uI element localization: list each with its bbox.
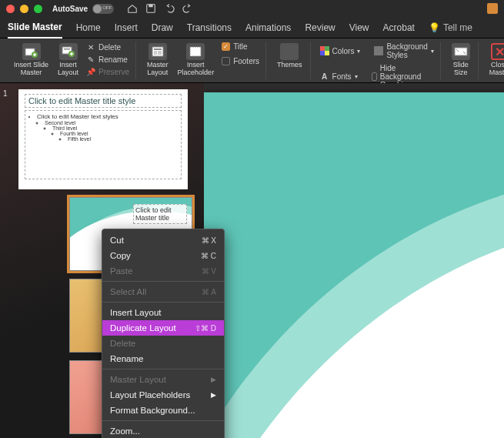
checkbox-unchecked-icon [372,72,377,81]
ctx-delete[interactable]: Delete [102,336,224,351]
insert-placeholder-label: Insert Placeholder [178,62,215,77]
ctx-master-layout[interactable]: Master Layout▶ [102,372,224,387]
rename-label: Rename [98,55,128,64]
tell-me-label: Tell me [443,22,472,33]
ribbon: Insert Slide Master Insert Layout ✕Delet… [0,38,504,83]
context-menu: Cut⌘ X Copy⌘ C Paste⌘ V Select All⌘ A In… [102,229,225,438]
tab-review[interactable]: Review [305,18,335,38]
svg-rect-12 [320,46,325,51]
autosave-control: AutoSave OFF [52,4,114,14]
minimize-window-button[interactable] [20,5,28,13]
tab-insert[interactable]: Insert [115,18,138,38]
slide-size-button[interactable]: Slide Size [449,42,473,79]
body-level-5: Fifth level [68,136,177,142]
ctx-duplicate-layout[interactable]: Duplicate Layout⇧⌘ D [102,320,224,336]
ctx-copy-shortcut: ⌘ C [201,252,216,260]
ctx-insert-layout-label: Insert Layout [110,308,161,317]
ribbon-group-themes: Themes [269,42,311,79]
save-icon[interactable] [145,3,156,14]
title-checkbox[interactable]: ✓Title [220,42,261,52]
close-master-button[interactable]: ✕ Close Master [486,42,504,79]
slide-preview[interactable] [204,92,504,438]
ctx-select-all[interactable]: Select All⌘ A [102,284,224,299]
colors-dropdown[interactable]: Colors▾ [319,42,362,60]
tell-me-search[interactable]: 💡 Tell me [429,22,472,33]
body-level-2: Second level [45,120,177,125]
redo-icon[interactable] [182,3,193,14]
master-layout-icon [149,43,167,60]
ctx-select-all-shortcut: ⌘ A [202,288,216,296]
preserve-button[interactable]: 📌Preserve [85,66,131,77]
maximize-window-button[interactable] [34,5,42,13]
placeholder-icon [186,43,205,60]
master-thumbnail[interactable]: Click to edit Master title style Click t… [18,89,188,189]
insert-slide-master-button[interactable]: Insert Slide Master [11,42,52,79]
delete-button[interactable]: ✕Delete [85,42,131,52]
master-title-placeholder: Click to edit Master title style [25,94,182,108]
ribbon-group-size: Slide Size [444,42,479,79]
tab-transitions[interactable]: Transitions [187,18,232,38]
checkbox-unchecked-icon [222,57,230,65]
rename-button[interactable]: ✎Rename [85,54,131,65]
bg-styles-label: Background Styles [386,42,427,59]
ctx-copy-label: Copy [110,251,131,260]
background-styles-dropdown[interactable]: Background Styles▾ [372,42,435,60]
themes-icon [280,43,299,60]
insert-placeholder-button[interactable]: Insert Placeholder [175,42,218,79]
ctx-layout-placeholders[interactable]: Layout Placeholders▶ [102,387,224,403]
preserve-icon: 📌 [86,67,95,76]
menu-separator [102,420,224,421]
svg-rect-5 [64,48,70,50]
ctx-cut[interactable]: Cut⌘ X [102,232,224,248]
ctx-duplicate-shortcut: ⇧⌘ D [195,324,216,333]
slide-canvas [204,83,504,438]
lightbulb-icon: 💡 [429,22,440,33]
ctx-delete-label: Delete [110,339,135,348]
tab-home[interactable]: Home [76,18,101,38]
close-window-button[interactable] [6,5,15,13]
chevron-right-icon: ▶ [211,376,216,383]
ribbon-group-background: Colors▾ Background Styles▾ AFonts▾ Hide … [314,42,441,79]
colors-icon [320,46,329,55]
svg-rect-11 [190,47,201,56]
tab-view[interactable]: View [349,18,369,38]
ctx-format-background[interactable]: Format Background... [102,403,224,418]
master-layout-button[interactable]: Master Layout [144,42,172,79]
slide-background [204,92,504,438]
master-layout-label: Master Layout [147,62,169,77]
themes-button[interactable]: Themes [274,42,305,71]
autosave-state: OFF [102,5,112,10]
tab-animations[interactable]: Animations [245,18,291,38]
bg-styles-icon [374,46,383,55]
layout-icon [59,43,78,60]
ribbon-display-button[interactable] [487,3,498,14]
ctx-select-all-label: Select All [110,287,146,296]
slide-size-icon [452,43,470,60]
slide-number: 1 [3,89,8,98]
ctx-zoom-label: Zoom... [110,426,140,436]
menu-separator [102,281,224,282]
tab-draw[interactable]: Draw [152,18,173,38]
home-icon[interactable] [127,3,138,14]
ctx-copy[interactable]: Copy⌘ C [102,248,224,263]
ctx-zoom[interactable]: Zoom... [102,423,224,438]
window-titlebar: AutoSave OFF [0,0,504,17]
insert-layout-button[interactable]: Insert Layout [55,42,82,79]
menu-separator [102,369,224,369]
chevron-right-icon: ▶ [211,391,216,399]
svg-rect-13 [325,46,329,51]
title-checkbox-label: Title [233,42,248,51]
ctx-rename[interactable]: Rename [102,351,224,366]
undo-icon[interactable] [164,3,175,14]
tab-slide-master[interactable]: Slide Master [8,17,62,38]
ctx-insert-layout[interactable]: Insert Layout [102,305,224,320]
ctx-paste[interactable]: Paste⌘ V [102,263,224,279]
footers-checkbox[interactable]: Footers [220,56,261,66]
ribbon-group-edit-master: Insert Slide Master Insert Layout ✕Delet… [6,42,136,79]
qat-icons [127,3,193,14]
ctx-duplicate-layout-label: Duplicate Layout [110,323,176,333]
autosave-toggle[interactable]: OFF [92,4,114,14]
svg-rect-9 [154,51,157,55]
tab-acrobat[interactable]: Acrobat [383,18,415,38]
fonts-label: Fonts [332,72,352,81]
